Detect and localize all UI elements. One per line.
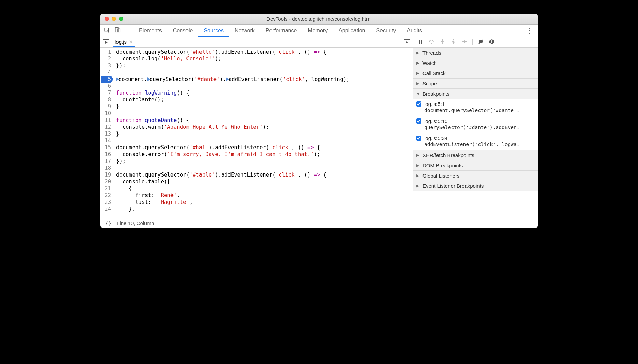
- pane-callstack[interactable]: ▶Call Stack: [413, 68, 538, 79]
- line-number[interactable]: 5: [101, 76, 111, 83]
- code-line[interactable]: function logWarning() {: [116, 89, 413, 96]
- code-line[interactable]: document.querySelector('#hello').addEven…: [116, 48, 413, 55]
- line-number[interactable]: 7: [101, 89, 111, 96]
- tab-elements[interactable]: Elements: [134, 25, 167, 37]
- tab-sources[interactable]: Sources: [198, 25, 229, 37]
- show-navigator-icon[interactable]: [103, 39, 109, 45]
- breakpoint-item[interactable]: log.js:5:10querySelector('#dante').addEv…: [413, 116, 538, 133]
- code-line[interactable]: document.querySelector('#hal').addEventL…: [116, 144, 413, 151]
- line-number[interactable]: 12: [101, 124, 111, 130]
- line-number[interactable]: 16: [101, 151, 111, 158]
- tab-memory[interactable]: Memory: [302, 25, 333, 37]
- line-number[interactable]: 14: [101, 137, 111, 144]
- code-line[interactable]: first: 'René',: [116, 192, 413, 199]
- tab-performance[interactable]: Performance: [260, 25, 303, 37]
- line-number[interactable]: 17: [101, 158, 111, 165]
- breakpoint-item[interactable]: log.js:5:34addEventListener('click', log…: [413, 133, 538, 150]
- line-gutter[interactable]: 123456789101112131415161718192021222324: [100, 48, 113, 218]
- line-number[interactable]: 10: [101, 110, 111, 117]
- code-line[interactable]: [116, 69, 413, 76]
- code-line[interactable]: [116, 137, 413, 144]
- line-number[interactable]: 9: [101, 103, 111, 110]
- line-number[interactable]: 2: [101, 55, 111, 62]
- code-line[interactable]: }: [116, 103, 413, 110]
- code-line[interactable]: [116, 165, 413, 171]
- code-line[interactable]: });: [116, 158, 413, 165]
- line-number[interactable]: 8: [101, 96, 111, 103]
- editor-footer: {} Line 10, Column 1: [100, 218, 413, 228]
- tab-audits[interactable]: Audits: [401, 25, 427, 37]
- debugger-controls: [413, 37, 538, 48]
- tab-security[interactable]: Security: [371, 25, 401, 37]
- code-line[interactable]: {: [116, 185, 413, 192]
- line-number[interactable]: 19: [101, 171, 111, 178]
- file-tab-label: log.js: [115, 39, 127, 45]
- pane-threads[interactable]: ▶Threads: [413, 48, 538, 58]
- line-number[interactable]: 1: [101, 48, 111, 55]
- code-line[interactable]: console.table([: [116, 178, 413, 185]
- line-number[interactable]: 3: [101, 62, 111, 69]
- breakpoint-checkbox[interactable]: [416, 101, 421, 107]
- show-debugger-icon[interactable]: [404, 39, 410, 45]
- pause-icon[interactable]: [418, 39, 423, 46]
- file-tab[interactable]: log.js ✕: [113, 38, 135, 47]
- code-line[interactable]: document.querySelector('#table').addEven…: [116, 171, 413, 178]
- svg-marker-4: [406, 41, 408, 44]
- step-over-icon[interactable]: [429, 39, 434, 46]
- line-number[interactable]: 11: [101, 117, 111, 124]
- svg-rect-13: [491, 40, 492, 42]
- tab-application[interactable]: Application: [333, 25, 371, 37]
- code-line[interactable]: }: [116, 130, 413, 137]
- pane-dom[interactable]: ▶DOM Breakpoints: [413, 160, 538, 171]
- sources-editor: log.js ✕ 1234567891011121314151617181920…: [100, 37, 413, 228]
- more-menu-icon[interactable]: ⋮: [522, 26, 538, 35]
- line-number[interactable]: 22: [101, 192, 111, 199]
- code-line[interactable]: quoteDante();: [116, 96, 413, 103]
- breakpoint-location: log.js:5:34: [424, 135, 447, 141]
- deactivate-breakpoints-icon[interactable]: [478, 39, 484, 46]
- line-number[interactable]: 6: [101, 83, 111, 89]
- line-number[interactable]: 15: [101, 144, 111, 151]
- line-number[interactable]: 13: [101, 130, 111, 137]
- close-tab-icon[interactable]: ✕: [129, 39, 133, 45]
- breakpoint-checkbox[interactable]: [416, 136, 421, 141]
- code-line[interactable]: console.log('Hello, Console!');: [116, 55, 413, 62]
- editor-tabbar: log.js ✕: [100, 37, 413, 48]
- pretty-print-icon[interactable]: {}: [105, 220, 111, 226]
- code-line[interactable]: console.error(`I'm sorry, Dave. I'm afra…: [116, 151, 413, 158]
- code-line[interactable]: last: 'Magritte',: [116, 199, 413, 206]
- pane-scope[interactable]: ▶Scope: [413, 79, 538, 89]
- breakpoint-checkbox[interactable]: [416, 118, 421, 124]
- tab-network[interactable]: Network: [229, 25, 260, 37]
- code-line[interactable]: [116, 83, 413, 89]
- code-line[interactable]: function quoteDante() {: [116, 117, 413, 124]
- pause-on-exceptions-icon[interactable]: [489, 39, 495, 46]
- step-out-icon[interactable]: [450, 39, 456, 46]
- code-line[interactable]: },: [116, 206, 413, 212]
- device-toolbar-icon[interactable]: [115, 27, 121, 34]
- line-number[interactable]: 4: [101, 69, 111, 76]
- tab-console[interactable]: Console: [167, 25, 198, 37]
- line-number[interactable]: 18: [101, 165, 111, 171]
- pane-xhr[interactable]: ▶XHR/fetch Breakpoints: [413, 150, 538, 160]
- code-line[interactable]: [116, 110, 413, 117]
- inspect-element-icon[interactable]: [104, 27, 110, 34]
- pane-breakpoints[interactable]: ▼Breakpoints: [413, 89, 538, 99]
- code-line[interactable]: document.querySelector('#dante').addEven…: [116, 76, 413, 83]
- line-number[interactable]: 23: [101, 199, 111, 206]
- devtools-toolbar: ElementsConsoleSourcesNetworkPerformance…: [100, 25, 538, 37]
- pane-event[interactable]: ▶Event Listener Breakpoints: [413, 181, 538, 191]
- pane-global[interactable]: ▶Global Listeners: [413, 171, 538, 181]
- code-area[interactable]: document.querySelector('#hello').addEven…: [113, 48, 413, 218]
- code-line[interactable]: console.warn('Abandon Hope All Ye Who En…: [116, 124, 413, 130]
- breakpoint-item[interactable]: log.js:5:1document.querySelector('#dante…: [413, 99, 538, 116]
- line-number[interactable]: 21: [101, 185, 111, 192]
- panel-tabs: ElementsConsoleSourcesNetworkPerformance…: [134, 25, 428, 37]
- step-icon[interactable]: [461, 39, 467, 46]
- line-number[interactable]: 20: [101, 178, 111, 185]
- pane-watch[interactable]: ▶Watch: [413, 58, 538, 68]
- step-into-icon[interactable]: [440, 39, 445, 46]
- line-number[interactable]: 24: [101, 206, 111, 212]
- code-line[interactable]: });: [116, 62, 413, 69]
- titlebar: DevTools - devtools.glitch.me/console/lo…: [100, 14, 538, 25]
